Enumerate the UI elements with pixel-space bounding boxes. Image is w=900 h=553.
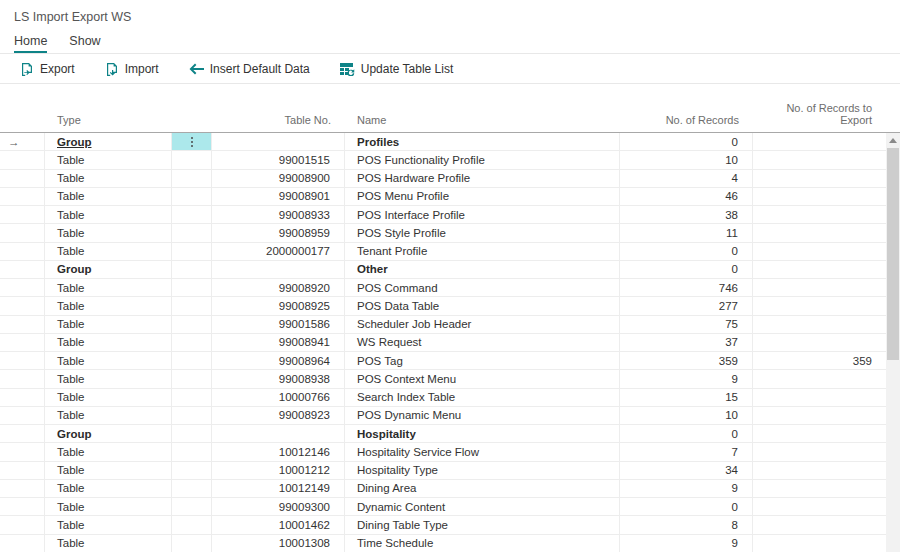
cell-table-no[interactable]: 10001308 [212,535,345,553]
cell-no-of-records-to-export[interactable] [753,170,886,188]
cell-table-no[interactable]: 99008901 [212,188,345,206]
cell-no-of-records[interactable]: 38 [620,206,753,224]
import-button[interactable]: Import [105,62,159,77]
cell-no-of-records[interactable]: 15 [620,389,753,407]
table-row[interactable]: Table99008941WS Request37 [0,334,900,352]
cell-table-no[interactable]: 10012146 [212,443,345,461]
cell-no-of-records-to-export[interactable]: 359 [753,352,886,370]
cell-no-of-records[interactable]: 4 [620,170,753,188]
cell-type[interactable]: Table [45,334,172,352]
cell-no-of-records-to-export[interactable] [753,279,886,297]
cell-table-no[interactable]: 10012149 [212,480,345,498]
table-row[interactable]: Table10012149Dining Area9 [0,480,900,498]
scrollbar-up-arrow-icon[interactable] [886,133,900,147]
cell-type[interactable]: Table [45,206,172,224]
cell-type[interactable]: Table [45,498,172,516]
cell-type[interactable]: Group [45,425,172,443]
cell-name[interactable]: POS Functionality Profile [345,151,620,169]
cell-name[interactable]: WS Request [345,334,620,352]
cell-no-of-records[interactable]: 7 [620,443,753,461]
cell-no-of-records[interactable]: 10 [620,151,753,169]
table-row[interactable]: GroupHospitality0 [0,425,900,443]
cell-no-of-records[interactable]: 746 [620,279,753,297]
table-row[interactable]: Table99008920POS Command746 [0,279,900,297]
table-row[interactable]: Table99001515POS Functionality Profile10 [0,151,900,169]
cell-name[interactable]: POS Data Table [345,297,620,315]
cell-no-of-records[interactable]: 37 [620,334,753,352]
cell-type[interactable]: Table [45,389,172,407]
column-header-name[interactable]: Name [345,114,620,132]
cell-no-of-records-to-export[interactable] [753,480,886,498]
cell-name[interactable]: POS Tag [345,352,620,370]
cell-table-no[interactable]: 99008925 [212,297,345,315]
cell-type[interactable]: Table [45,297,172,315]
cell-name[interactable]: Dining Area [345,480,620,498]
cell-no-of-records-to-export[interactable] [753,407,886,425]
cell-no-of-records-to-export[interactable] [753,261,886,279]
cell-type[interactable]: Table [45,243,172,261]
cell-no-of-records-to-export[interactable] [753,425,886,443]
cell-no-of-records[interactable]: 0 [620,261,753,279]
cell-no-of-records[interactable]: 9 [620,370,753,388]
cell-no-of-records-to-export[interactable] [753,297,886,315]
table-row[interactable]: Table10001212Hospitality Type34 [0,462,900,480]
cell-no-of-records-to-export[interactable] [753,188,886,206]
cell-no-of-records-to-export[interactable] [753,243,886,261]
cell-table-no[interactable]: 99009300 [212,498,345,516]
cell-no-of-records[interactable]: 277 [620,297,753,315]
cell-no-of-records-to-export[interactable] [753,133,886,151]
cell-no-of-records[interactable]: 34 [620,462,753,480]
cell-no-of-records[interactable]: 10 [620,407,753,425]
cell-no-of-records[interactable]: 0 [620,243,753,261]
table-row[interactable]: Table10001308Time Schedule9 [0,535,900,553]
cell-type[interactable]: Table [45,316,172,334]
cell-name[interactable]: POS Interface Profile [345,206,620,224]
cell-table-no[interactable]: 10001212 [212,462,345,480]
cell-name[interactable]: Time Schedule [345,535,620,553]
table-row[interactable]: Table99008923POS Dynamic Menu10 [0,407,900,425]
cell-name[interactable]: POS Context Menu [345,370,620,388]
cell-name[interactable]: Hospitality Service Flow [345,443,620,461]
cell-no-of-records-to-export[interactable] [753,206,886,224]
cell-name[interactable]: Tenant Profile [345,243,620,261]
cell-name[interactable]: Scheduler Job Header [345,316,620,334]
cell-type[interactable]: Table [45,170,172,188]
cell-type[interactable]: Table [45,480,172,498]
cell-type[interactable]: Table [45,188,172,206]
cell-name[interactable]: POS Dynamic Menu [345,407,620,425]
cell-table-no[interactable]: 99001586 [212,316,345,334]
table-row[interactable]: Table99008938POS Context Menu9 [0,370,900,388]
table-row[interactable]: →GroupProfiles0 [0,133,900,151]
cell-no-of-records[interactable]: 9 [620,480,753,498]
cell-table-no[interactable]: 99008920 [212,279,345,297]
cell-table-no[interactable]: 99008923 [212,407,345,425]
table-row[interactable]: Table10000766Search Index Table15 [0,389,900,407]
cell-type[interactable]: Table [45,516,172,534]
update-table-list-button[interactable]: Update Table List [340,62,454,76]
column-header-type[interactable]: Type [45,114,172,132]
table-row[interactable]: Table99008900POS Hardware Profile4 [0,170,900,188]
insert-default-data-button[interactable]: Insert Default Data [189,62,310,76]
row-options-menu-button[interactable] [172,133,211,150]
table-row[interactable]: Table99008964POS Tag359359 [0,352,900,370]
cell-table-no[interactable]: 99008900 [212,170,345,188]
cell-type[interactable]: Table [45,224,172,242]
cell-type[interactable]: Group [45,261,172,279]
cell-table-no[interactable]: 99008964 [212,352,345,370]
cell-no-of-records-to-export[interactable] [753,516,886,534]
table-row[interactable]: Table10001462Dining Table Type8 [0,516,900,534]
cell-no-of-records-to-export[interactable] [753,443,886,461]
cell-name[interactable]: Profiles [345,133,620,151]
cell-no-of-records[interactable]: 8 [620,516,753,534]
cell-name[interactable]: Hospitality [345,425,620,443]
scrollbar-thumb[interactable] [887,148,899,360]
table-row[interactable]: Table10012146Hospitality Service Flow7 [0,443,900,461]
cell-no-of-records[interactable]: 0 [620,133,753,151]
tab-show[interactable]: Show [69,34,100,53]
cell-no-of-records[interactable]: 11 [620,224,753,242]
cell-table-no[interactable] [212,425,345,443]
cell-no-of-records-to-export[interactable] [753,498,886,516]
cell-type[interactable]: Group [45,133,172,151]
cell-no-of-records-to-export[interactable] [753,151,886,169]
cell-no-of-records[interactable]: 75 [620,316,753,334]
